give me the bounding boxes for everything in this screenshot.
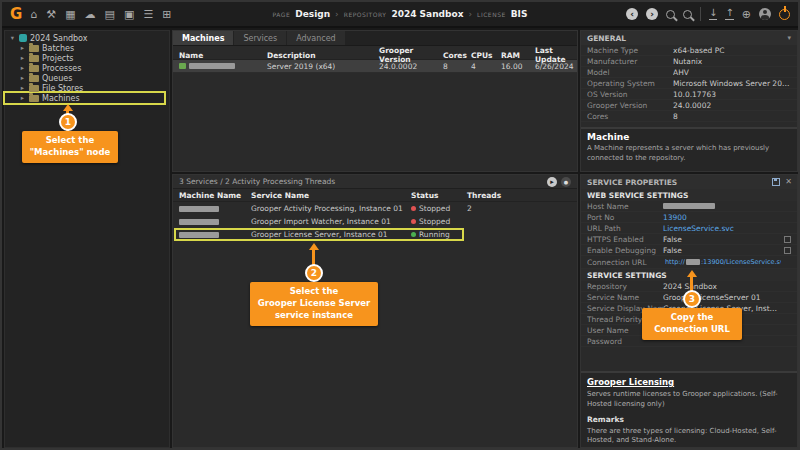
library-icon[interactable]: ☰ bbox=[143, 9, 153, 20]
batches-icon[interactable]: ▦ bbox=[65, 9, 75, 20]
callout-number-badge: 2 bbox=[305, 264, 323, 282]
search-icon[interactable] bbox=[666, 10, 675, 19]
general-title: GENERAL bbox=[587, 34, 626, 43]
column-cores[interactable]: Cores bbox=[443, 51, 471, 60]
power-icon[interactable] bbox=[779, 9, 790, 20]
repository-value[interactable]: 2024 Sandbox bbox=[663, 282, 781, 291]
column-service-name[interactable]: Service Name bbox=[251, 191, 411, 200]
tree-item-projects[interactable]: ▸ Projects bbox=[5, 53, 169, 63]
service-row-activity-processing[interactable]: Grooper Activity Processing, Instance 01… bbox=[173, 202, 577, 215]
checkbox-icon[interactable] bbox=[784, 236, 791, 243]
service-row-import-watcher[interactable]: Grooper Import Watcher, Instance 01 Stop… bbox=[173, 215, 577, 228]
save-icon[interactable] bbox=[772, 178, 780, 186]
tree-item-processes[interactable]: ▸ Processes bbox=[5, 63, 169, 73]
redacted-host-name bbox=[686, 259, 700, 265]
machine-ram: 16.00 bbox=[501, 62, 535, 71]
machine-table-row[interactable]: Server 2019 (x64) 24.0.0002 8 4 16.00 6/… bbox=[173, 60, 577, 73]
column-cpus[interactable]: CPUs bbox=[471, 51, 501, 60]
caret-right-icon[interactable]: ▸ bbox=[19, 84, 26, 92]
url-path-value[interactable]: LicenseService.svc bbox=[663, 224, 781, 233]
property-value: AHV bbox=[673, 68, 791, 77]
property-label: Grooper Version bbox=[587, 101, 673, 110]
property-label: OS Version bbox=[587, 90, 673, 99]
machines-panel: Machines Services Advanced Name Descript… bbox=[172, 30, 578, 172]
grid-icon[interactable]: ⊞ bbox=[162, 9, 171, 20]
user-avatar-icon[interactable] bbox=[759, 8, 771, 20]
repository-icon bbox=[19, 34, 27, 42]
caret-right-icon[interactable]: ▸ bbox=[19, 54, 26, 62]
grooper-licensing-link[interactable]: Grooper Licensing bbox=[587, 377, 791, 387]
topbar: G ⌂ ⚒ ▦ ☁ ▤ ▣ ☰ ⊞ PAGE Design › REPOSITO… bbox=[2, 2, 798, 28]
tab-machines[interactable]: Machines bbox=[173, 31, 233, 45]
status-running-icon bbox=[411, 232, 416, 237]
grooper-window: G ⌂ ⚒ ▦ ☁ ▤ ▣ ☰ ⊞ PAGE Design › REPOSITO… bbox=[0, 0, 800, 450]
caret-right-icon[interactable]: ▸ bbox=[19, 44, 26, 52]
grooper-logo: G bbox=[10, 5, 22, 23]
tab-services[interactable]: Services bbox=[234, 31, 286, 45]
folder-icon bbox=[29, 55, 39, 62]
license-value[interactable]: BIS bbox=[511, 9, 528, 19]
stop-service-icon[interactable]: ● bbox=[561, 177, 571, 187]
nav-back-icon[interactable]: ‹ bbox=[626, 8, 638, 20]
caret-right-icon[interactable]: ▸ bbox=[19, 94, 26, 102]
tools-icon[interactable]: ⚒ bbox=[46, 9, 56, 20]
zoom-icon[interactable] bbox=[683, 10, 692, 19]
collapse-icon[interactable]: ▾ bbox=[787, 34, 791, 42]
remarks-text: There are three types of licensing: Clou… bbox=[587, 427, 791, 447]
https-enabled-value[interactable]: False bbox=[663, 235, 781, 244]
caret-right-icon[interactable]: ▸ bbox=[19, 64, 26, 72]
reports-icon[interactable]: ▤ bbox=[105, 9, 115, 20]
status-stopped-icon bbox=[411, 219, 416, 224]
cloud-icon[interactable]: ☁ bbox=[85, 9, 96, 20]
page-value[interactable]: Design bbox=[295, 9, 330, 19]
caret-down-icon[interactable]: ▾ bbox=[9, 34, 16, 42]
home-icon[interactable]: ⌂ bbox=[30, 9, 37, 20]
column-threads[interactable]: Threads bbox=[467, 191, 507, 200]
checkbox-icon[interactable] bbox=[784, 247, 791, 254]
start-service-icon[interactable]: ▸ bbox=[547, 177, 557, 187]
machine-grooper-version: 24.0.0002 bbox=[379, 62, 443, 71]
column-status[interactable]: Status bbox=[411, 191, 467, 200]
service-properties-title: SERVICE PROPERTIES bbox=[587, 178, 677, 187]
tree-root-node[interactable]: ▾ 2024 Sandbox bbox=[5, 33, 169, 43]
download-icon[interactable]: ↓ bbox=[709, 8, 717, 20]
upload-icon[interactable]: ↑ bbox=[725, 8, 733, 20]
callout-text: service instance bbox=[255, 310, 373, 322]
service-row-license-server[interactable]: Grooper License Server, Instance 01 Runn… bbox=[173, 228, 577, 241]
caret-right-icon[interactable]: ▸ bbox=[19, 74, 26, 82]
nav-forward-icon[interactable]: › bbox=[646, 8, 658, 20]
property-value: 24.0.0002 bbox=[673, 101, 791, 110]
column-machine-name[interactable]: Machine Name bbox=[179, 191, 251, 200]
column-description[interactable]: Description bbox=[267, 51, 379, 60]
property-row: Model AHV bbox=[581, 67, 797, 78]
tab-advanced[interactable]: Advanced bbox=[287, 31, 345, 45]
tree-item-label: Machines bbox=[42, 94, 80, 103]
tree-item-file-stores[interactable]: ▸ File Stores bbox=[5, 83, 169, 93]
port-value[interactable]: 13900 bbox=[663, 213, 781, 222]
service-name-value[interactable]: Grooper LicenseServer 01 bbox=[663, 293, 781, 302]
repository-value[interactable]: 2024 Sandbox bbox=[391, 9, 463, 19]
property-row: Manufacturer Nutanix bbox=[581, 56, 797, 67]
cases-icon[interactable]: ▣ bbox=[124, 9, 134, 20]
folder-icon bbox=[29, 85, 39, 92]
host-name-value[interactable] bbox=[663, 202, 781, 211]
folder-icon bbox=[29, 45, 39, 52]
connection-url-value[interactable]: http://:13900/LicenseService.svc bbox=[663, 257, 781, 267]
property-row-host-name: Host Name bbox=[581, 201, 797, 212]
enable-debugging-value[interactable]: False bbox=[663, 246, 781, 255]
tree-item-machines[interactable]: ▸ Machines bbox=[5, 93, 164, 103]
close-icon[interactable]: ✕ bbox=[785, 178, 792, 186]
property-label: URL Path bbox=[587, 224, 663, 233]
column-ram[interactable]: RAM bbox=[501, 51, 535, 60]
property-row: Operating System Microsoft Windows Serve… bbox=[581, 78, 797, 89]
general-section-header[interactable]: GENERAL ▾ bbox=[581, 31, 797, 45]
globe-icon[interactable]: ⊕ bbox=[742, 9, 751, 20]
tree-item-batches[interactable]: ▸ Batches bbox=[5, 43, 169, 53]
property-label: Service Name bbox=[587, 293, 663, 302]
callout-text: Grooper License Server bbox=[255, 298, 373, 310]
tree-item-queues[interactable]: ▸ Queues bbox=[5, 73, 169, 83]
services-table-header: Machine Name Service Name Status Threads bbox=[173, 189, 577, 202]
property-label: HTTPS Enabled bbox=[587, 235, 663, 244]
column-name[interactable]: Name bbox=[179, 51, 267, 60]
tree-item-label: Queues bbox=[42, 74, 72, 83]
